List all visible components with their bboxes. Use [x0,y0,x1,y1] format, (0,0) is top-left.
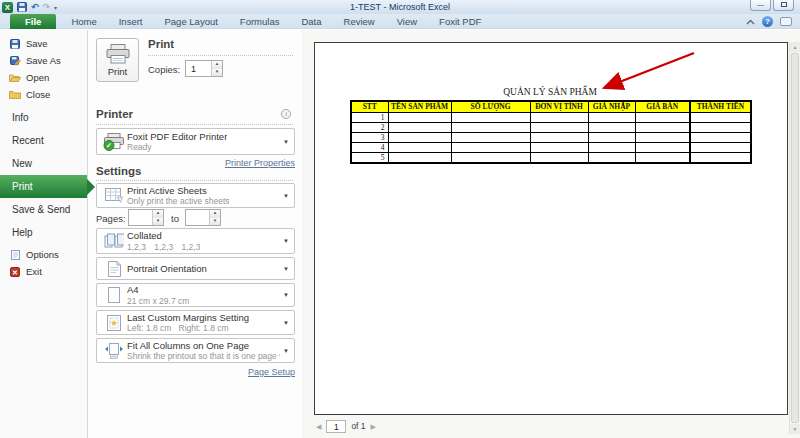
table-cell [451,122,530,132]
pages-from-value[interactable] [129,210,152,225]
pages-to-value[interactable] [186,210,209,225]
sidebar-item-recent[interactable]: Recent [0,129,87,152]
qat-customize-icon[interactable]: ▾ [54,4,57,11]
previous-page-icon[interactable]: ◀ [316,420,321,433]
table-row: 2 [351,122,751,132]
redo-icon[interactable]: ↷ [43,2,51,13]
sidebar-item-exit[interactable]: ✕ Exit [0,263,87,280]
table-cell [588,122,635,132]
pages-to-stepper[interactable]: ▲▼ [185,209,221,226]
table-cell [388,112,451,122]
table-cell [635,152,690,163]
printer-properties-link[interactable]: Printer Properties [225,158,295,168]
help-icon[interactable]: ? [762,16,773,27]
chevron-down-icon: ▼ [283,266,289,272]
sidebar-item-new[interactable]: New [0,152,87,175]
table-cell [530,112,588,122]
margins-dropdown[interactable]: ★ Last Custom Margins Setting Left: 1.8 … [96,310,295,335]
spinner-down-icon[interactable]: ▼ [153,218,163,226]
sidebar-item-help[interactable]: Help [0,221,87,244]
print-preview-area: QUẢN LÝ SẢN PHẨM STT TÊN SẢN PHẨM SỐ LƯỢ… [302,30,800,438]
dropdown-title: Last Custom Margins Setting [127,312,249,323]
scroll-down-icon[interactable]: ▼ [790,424,800,434]
spinner-up-icon[interactable]: ▲ [210,210,220,218]
tab-home[interactable]: Home [60,14,107,29]
col-header-gia-ban: GIÁ BÁN [635,101,690,112]
print-what-dropdown[interactable]: Print Active Sheets Only print the activ… [96,183,295,208]
tab-foxit-pdf[interactable]: Foxit PDF [428,14,492,29]
scrollbar-thumb[interactable] [791,53,799,423]
minimize-button[interactable]: — [750,0,771,11]
next-page-icon[interactable]: ▶ [371,420,376,433]
sidebar-item-label: Save [26,38,48,49]
sidebar-item-save-and-send[interactable]: Save & Send [0,198,87,221]
tab-page-layout[interactable]: Page Layout [153,14,228,29]
spinner-up-icon[interactable]: ▲ [212,61,222,69]
collation-dropdown[interactable]: Collated 1,2,3 1,2,3 1,2,3 ▼ [96,228,295,254]
chevron-down-icon: ▼ [283,193,289,199]
maximize-button[interactable] [773,0,794,11]
printer-selector[interactable]: ✓ Foxit PDF Editor Printer Ready ▼ [96,128,295,155]
restore-pane-icon[interactable] [780,17,792,26]
scroll-up-icon[interactable]: ▲ [790,42,800,52]
tab-insert[interactable]: Insert [108,14,154,29]
sidebar-item-print[interactable]: Print [0,175,87,198]
table-cell [451,132,530,142]
tab-formulas[interactable]: Formulas [229,14,291,29]
sidebar-item-save[interactable]: Save [0,35,87,52]
info-icon[interactable]: i [281,109,291,119]
dropdown-title: A4 [127,284,189,295]
sidebar-item-open[interactable]: Open [0,69,87,86]
save-as-icon [9,56,21,66]
sidebar-item-save-as[interactable]: Save As [0,52,87,69]
spinner-up-icon[interactable]: ▲ [153,210,163,218]
table-cell: 3 [351,132,388,142]
table-cell [588,132,635,142]
table-cell [388,132,451,142]
dropdown-subtitle: Only print the active sheets [127,196,230,206]
backstage-sidebar: Save Save As Open Close Info Recent New … [0,30,88,438]
ribbon-tab-row: File Home Insert Page Layout Formulas Da… [0,14,800,29]
active-sheets-icon [101,188,127,203]
table-cell: 2 [351,122,388,132]
printer-heading: Printer [96,108,133,120]
page-setup-link[interactable]: Page Setup [248,367,295,377]
scaling-dropdown[interactable]: Fit All Columns on One Page Shrink the p… [96,338,295,363]
tab-file[interactable]: File [10,14,56,29]
table-cell [690,122,751,132]
table-cell [588,142,635,152]
collapse-ribbon-icon[interactable] [746,19,755,25]
excel-app-icon[interactable]: X [2,2,13,13]
table-cell [530,122,588,132]
table-header-row: STT TÊN SẢN PHẨM SỐ LƯỢNG ĐƠN VỊ TÍNH GI… [351,101,751,112]
sidebar-item-close[interactable]: Close [0,86,87,103]
spinner-down-icon[interactable]: ▼ [212,69,222,77]
sidebar-item-info[interactable]: Info [0,106,87,129]
paper-size-dropdown[interactable]: A4 21 cm x 29.7 cm ▼ [96,283,295,307]
svg-text:✕: ✕ [12,268,18,275]
table-cell [690,142,751,152]
tab-review[interactable]: Review [333,14,386,29]
sidebar-item-options[interactable]: Options [0,246,87,263]
copies-stepper[interactable]: 1 ▲▼ [185,60,223,77]
orientation-dropdown[interactable]: Portrait Orientation ▼ [96,257,295,280]
table-cell [635,122,690,132]
undo-icon[interactable]: ↶ [31,2,39,13]
dropdown-title: Collated [127,230,200,241]
pages-to-spinner-buttons: ▲▼ [209,210,220,225]
portrait-icon [101,261,127,277]
print-heading: Print [148,38,174,50]
pages-from-stepper[interactable]: ▲▼ [128,209,164,226]
spinner-down-icon[interactable]: ▼ [210,218,220,226]
table-cell [635,142,690,152]
print-button[interactable]: Print [96,38,139,82]
copies-value[interactable]: 1 [186,61,211,76]
ribbon-right-controls: ? [746,16,792,27]
preview-scrollbar[interactable]: ▲ ▼ [789,42,800,434]
tab-data[interactable]: Data [290,14,332,29]
current-page-input[interactable]: 1 [326,420,346,433]
table-cell [530,142,588,152]
tab-view[interactable]: View [386,14,428,29]
table-cell [451,112,530,122]
table-cell: 4 [351,142,388,152]
